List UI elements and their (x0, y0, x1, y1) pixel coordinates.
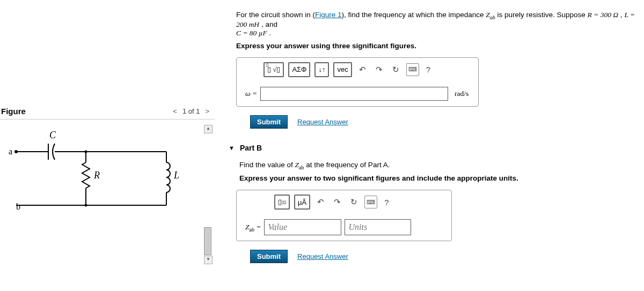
keyboard-button[interactable]: ⌨ (364, 196, 377, 208)
collapse-icon: ▼ (229, 145, 235, 151)
figure-nav: < 1 of 1 > (172, 107, 210, 115)
figure-prev-button[interactable]: < (172, 107, 178, 115)
submit-button-a[interactable]: Submit (250, 115, 288, 129)
vector-button[interactable]: vec (333, 62, 352, 77)
value-input[interactable] (264, 219, 341, 235)
text: is purely resistive. Suppose (495, 11, 588, 19)
figure-panel: Figure < 1 of 1 > (0, 0, 215, 291)
omega-label: ω = (242, 89, 257, 98)
part-a-answer-box: ▯▯ √▯ ΑΣΦ ↓↑ vec ↶ ↷ ↻ ⌨ ? ω = rad/s (236, 57, 479, 107)
text: For the circuit shown in ( (236, 11, 315, 19)
greek-button[interactable]: ΑΣΦ (288, 62, 310, 77)
figure-title: Figure (1, 107, 26, 116)
text: ), find the frequency at which the imped… (342, 11, 486, 19)
circuit-diagram: a b C R L (5, 125, 188, 232)
subscript-button[interactable]: ↓↑ (314, 62, 329, 77)
scroll-down-arrow[interactable]: ▼ (204, 256, 213, 264)
svg-text:b: b (16, 202, 20, 211)
redo-button[interactable]: ↷ (373, 63, 385, 76)
equation-toolbar: ▯▯ √▯ ΑΣΦ ↓↑ vec ↶ ↷ ↻ ⌨ ? (264, 62, 473, 77)
svg-text:C: C (49, 130, 56, 140)
text: Find the value of (239, 161, 295, 169)
reset-button[interactable]: ↻ (348, 196, 360, 208)
part-b-header[interactable]: ▼ Part B (229, 144, 639, 152)
zab-symbol: Zab (295, 161, 304, 169)
part-b-answer-box: ▯▯▯ µÅ ↶ ↷ ↻ ⌨ ? Zab = (236, 190, 452, 241)
svg-text:L: L (173, 170, 179, 181)
figure-canvas: a b C R L ▲ ▼ (0, 120, 215, 291)
scroll-thumb[interactable] (204, 227, 211, 255)
scroll-up-arrow[interactable]: ▲ (204, 125, 213, 133)
r-value: R = 300 Ω (588, 11, 619, 19)
submit-button-b[interactable]: Submit (250, 250, 288, 263)
reset-button[interactable]: ↻ (390, 63, 402, 76)
request-answer-link-a[interactable]: Request Answer (297, 118, 348, 126)
keyboard-button[interactable]: ⌨ (406, 63, 419, 76)
svg-text:a: a (9, 147, 12, 156)
text: at the frequency of Part A. (304, 161, 390, 169)
help-button[interactable]: ? (423, 63, 433, 76)
undo-button[interactable]: ↶ (314, 196, 327, 208)
omega-input[interactable] (260, 87, 448, 101)
question-panel: For the circuit shown in (Figure 1), fin… (215, 0, 644, 291)
svg-text:R: R (93, 170, 100, 181)
redo-button[interactable]: ↷ (331, 196, 343, 208)
part-b-prompt: Find the value of Zab at the frequency o… (239, 161, 639, 170)
equation-toolbar-b: ▯▯▯ µÅ ↶ ↷ ↻ ⌨ ? (274, 195, 446, 210)
omega-units: rad/s (455, 89, 469, 98)
zab-symbol: Zab (486, 11, 495, 19)
template-button[interactable]: ▯▯▯ (274, 195, 290, 210)
part-b-title: Part B (240, 144, 262, 152)
svg-point-0 (14, 150, 18, 153)
svg-point-11 (85, 204, 87, 207)
part-b-instruction: Express your answer to two significant f… (239, 174, 639, 182)
part-a-prompt: For the circuit shown in (Figure 1), fin… (236, 11, 639, 38)
figure-scrollbar[interactable]: ▲ ▼ (204, 125, 211, 264)
units-picker-button[interactable]: µÅ (294, 195, 310, 210)
c-value: C = 80 µF (236, 29, 267, 37)
template-button[interactable]: ▯▯ √▯ (264, 62, 284, 77)
figure-page-indicator: 1 of 1 (182, 107, 200, 115)
figure-link[interactable]: Figure 1 (315, 11, 342, 19)
figure-next-button[interactable]: > (204, 107, 210, 115)
zab-label: Zab = (245, 223, 261, 233)
request-answer-link-b[interactable]: Request Answer (297, 252, 348, 260)
help-button[interactable]: ? (382, 196, 391, 208)
part-a-instruction: Express your answer using three signific… (236, 42, 639, 50)
undo-button[interactable]: ↶ (356, 63, 369, 76)
text: , and (259, 20, 277, 28)
units-input[interactable] (345, 219, 411, 235)
